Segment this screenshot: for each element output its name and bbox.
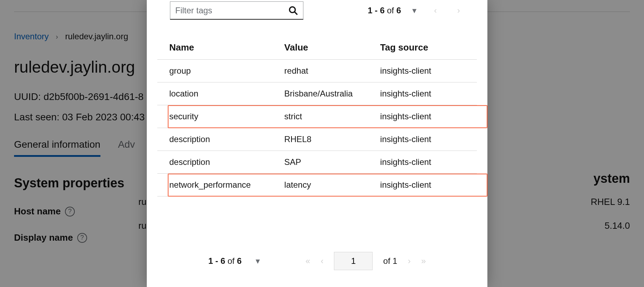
page-number-input[interactable] xyxy=(334,252,373,270)
cell-value: SAP xyxy=(272,151,368,174)
cell-name: description xyxy=(157,128,272,151)
tags-table: Name Value Tag source groupredhatinsight… xyxy=(157,37,477,196)
last-page-button[interactable]: » xyxy=(421,256,426,266)
next-page-button[interactable]: › xyxy=(451,4,466,18)
col-name[interactable]: Name xyxy=(157,37,272,60)
cell-value: RHEL8 xyxy=(272,128,368,151)
next-page-button[interactable]: › xyxy=(408,256,410,266)
cell-name: description xyxy=(157,151,272,174)
filter-tags-field[interactable] xyxy=(170,1,303,20)
col-value[interactable]: Value xyxy=(272,37,368,60)
tags-modal: 1 - 6 of 6 ▾ ‹ › Name Value Tag source g… xyxy=(147,0,487,287)
svg-line-1 xyxy=(295,12,297,14)
table-row: groupredhatinsights-client xyxy=(157,60,477,82)
cell-name: location xyxy=(157,82,272,105)
cell-source: insights-client xyxy=(368,105,477,128)
per-page-toggle[interactable]: ▾ xyxy=(252,256,263,266)
cell-value: redhat xyxy=(272,60,368,82)
first-page-button[interactable]: « xyxy=(305,256,310,266)
cell-source: insights-client xyxy=(368,82,477,105)
filter-tags-input[interactable] xyxy=(175,6,288,15)
cell-value: Brisbane/Australia xyxy=(272,82,368,105)
prev-page-button[interactable]: ‹ xyxy=(428,4,443,18)
cell-name: security xyxy=(157,105,272,128)
top-pagination: 1 - 6 of 6 ▾ ‹ › xyxy=(368,4,466,18)
modal-toolbar: 1 - 6 of 6 ▾ ‹ › xyxy=(147,0,487,20)
total-pages-label: of 1 xyxy=(383,256,397,266)
cell-source: insights-client xyxy=(368,174,477,196)
col-source[interactable]: Tag source xyxy=(368,37,477,60)
cell-source: insights-client xyxy=(368,128,477,151)
table-row: descriptionSAPinsights-client xyxy=(157,151,477,174)
svg-point-0 xyxy=(290,7,295,12)
prev-page-button[interactable]: ‹ xyxy=(321,256,323,266)
cell-source: insights-client xyxy=(368,151,477,174)
table-row: network_performancelatencyinsights-clien… xyxy=(157,174,477,196)
top-range-text: 1 - 6 of 6 xyxy=(368,6,401,15)
cell-name: network_performance xyxy=(157,174,272,196)
cell-source: insights-client xyxy=(368,60,477,82)
table-row: descriptionRHEL8insights-client xyxy=(157,128,477,151)
table-row: locationBrisbane/Australiainsights-clien… xyxy=(157,82,477,105)
bottom-range-text: 1 - 6 of 6 xyxy=(208,256,242,266)
cell-value: latency xyxy=(272,174,368,196)
per-page-toggle[interactable]: ▾ xyxy=(409,4,420,18)
cell-name: group xyxy=(157,60,272,82)
search-icon[interactable] xyxy=(288,6,298,15)
bottom-pagination: 1 - 6 of 6 ▾ « ‹ of 1 › » xyxy=(147,245,487,287)
table-row: securitystrictinsights-client xyxy=(157,105,477,128)
cell-value: strict xyxy=(272,105,368,128)
